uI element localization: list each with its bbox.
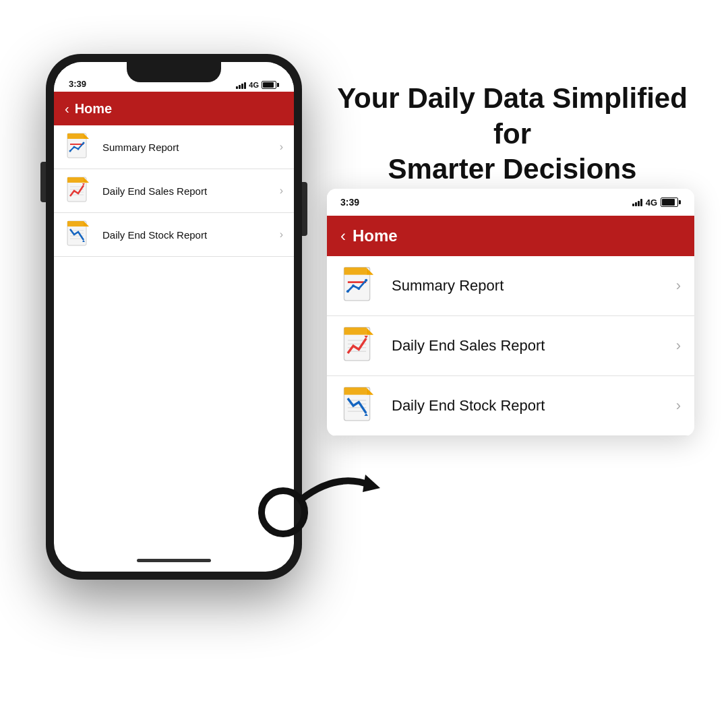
phone-report-list: Summary Report › Daily End Sales Report: [54, 125, 294, 257]
headline-line2: Smarter Decisions: [388, 153, 637, 185]
exp-list-item-stock[interactable]: Daily End Stock Report ›: [327, 376, 694, 436]
exp-report-list: Summary Report › Daily End Sales Report …: [327, 256, 694, 436]
svg-rect-9: [67, 177, 84, 183]
svg-rect-41: [344, 388, 366, 395]
headline: Your Daily Data Simplified for Smarter D…: [337, 81, 688, 187]
phone-sales-label: Daily End Sales Report: [102, 185, 272, 197]
exp-list-item-sales[interactable]: Daily End Sales Report ›: [327, 316, 694, 376]
svg-rect-33: [344, 328, 366, 335]
svg-point-4: [69, 150, 71, 152]
phone-screen: 3:39 4G ‹ Home: [54, 62, 294, 572]
exp-summary-label: Summary Report: [392, 277, 665, 295]
exp-navbar: ‹ Home: [327, 216, 694, 256]
phone-notch: [127, 62, 221, 82]
exp-sales-icon: [340, 326, 381, 366]
stock-report-icon: [65, 220, 94, 249]
svg-rect-17: [67, 221, 84, 226]
exp-stock-icon: [340, 386, 381, 426]
exp-signal-bars: [632, 198, 642, 206]
phone-signal-bars: [236, 81, 246, 89]
expanded-screenshot: 3:39 4G ‹ Home: [327, 189, 694, 436]
exp-sales-chevron: ›: [676, 337, 681, 355]
phone-home-bar: [137, 559, 211, 562]
exp-summary-icon: [340, 266, 381, 306]
svg-point-31: [365, 279, 367, 282]
phone-back-icon[interactable]: ‹: [65, 101, 69, 117]
exp-back-icon[interactable]: ‹: [340, 226, 346, 245]
exp-stock-chevron: ›: [676, 397, 681, 415]
exp-stock-label: Daily End Stock Report: [392, 397, 665, 415]
svg-point-28: [346, 290, 349, 293]
svg-point-6: [78, 148, 80, 150]
exp-list-item-summary[interactable]: Summary Report ›: [327, 256, 694, 316]
svg-point-7: [83, 142, 85, 144]
exp-status-bar: 3:39 4G: [327, 189, 694, 216]
exp-sales-label: Daily End Sales Report: [392, 337, 665, 355]
exp-network: 4G: [646, 198, 657, 208]
phone-time: 3:39: [69, 79, 86, 89]
headline-line1: Your Daily Data Simplified for: [337, 82, 688, 150]
phone-list-item-stock[interactable]: Daily End Stock Report ›: [54, 213, 294, 257]
svg-rect-25: [344, 268, 366, 275]
phone-status-right: 4G: [236, 81, 279, 89]
phone-nav-title: Home: [75, 101, 113, 117]
phone-stock-chevron: ›: [280, 229, 283, 241]
phone-stock-label: Daily End Stock Report: [102, 229, 272, 241]
exp-battery: [661, 198, 681, 207]
exp-status-right: 4G: [632, 198, 681, 208]
svg-rect-2: [67, 133, 84, 139]
phone-sales-chevron: ›: [280, 185, 283, 197]
phone-summary-label: Summary Report: [102, 142, 272, 153]
phone-summary-chevron: ›: [280, 141, 283, 153]
phone-mockup: 3:39 4G ‹ Home: [46, 54, 302, 580]
sales-report-icon: [65, 176, 94, 206]
phone-list-item-sales[interactable]: Daily End Sales Report ›: [54, 169, 294, 213]
exp-nav-title: Home: [353, 226, 398, 245]
phone-network: 4G: [249, 81, 259, 89]
svg-point-30: [357, 287, 360, 290]
phone-battery: [262, 81, 279, 89]
svg-marker-49: [363, 475, 380, 492]
exp-summary-chevron: ›: [676, 277, 681, 295]
phone-list-item-summary[interactable]: Summary Report ›: [54, 125, 294, 169]
exp-time: 3:39: [340, 197, 359, 208]
svg-point-5: [73, 146, 75, 148]
summary-report-icon: [65, 132, 94, 162]
svg-point-29: [352, 284, 355, 287]
phone-navbar: ‹ Home: [54, 92, 294, 125]
